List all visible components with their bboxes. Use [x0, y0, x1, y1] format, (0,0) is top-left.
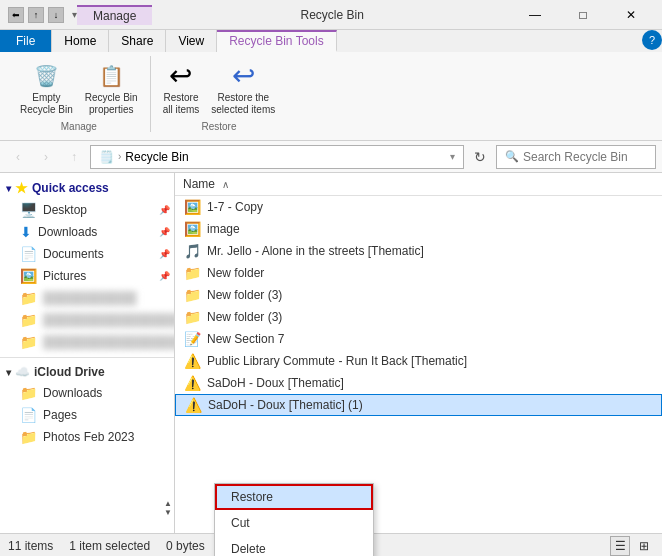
blurred1-label: ███████████: [43, 291, 137, 305]
list-item[interactable]: 🎵 Mr. Jello - Alone in the streets [Them…: [175, 240, 662, 262]
ribbon: File Home Share View Recycle Bin Tools ?…: [0, 30, 662, 141]
sidebar-scroll-down-arrow[interactable]: ▼: [164, 508, 172, 517]
restore-selected-button[interactable]: ↩ Restore theselected items: [207, 58, 279, 118]
list-item[interactable]: 📁 New folder (3): [175, 306, 662, 328]
restore-selected-icon: ↩: [227, 60, 259, 92]
ribbon-group-restore: ↩ Restoreall items ↩ Restore theselected…: [151, 56, 288, 132]
sidebar-item-pictures[interactable]: 🖼️ Pictures 📌: [0, 265, 174, 287]
sidebar-section-quick-access: ▾ ★ Quick access 🖥️ Desktop 📌 ⬇ Download…: [0, 177, 174, 353]
tab-home[interactable]: Home: [52, 30, 109, 52]
list-item[interactable]: 📝 New Section 7: [175, 328, 662, 350]
manage-tab[interactable]: Manage: [77, 5, 152, 25]
item-icon-5: 📁: [183, 309, 201, 325]
back-button[interactable]: ‹: [6, 145, 30, 169]
restore-selected-label: Restore theselected items: [211, 92, 275, 116]
pages-label: Pages: [43, 408, 77, 422]
item-name-8: SaDoH - Doux [Thematic]: [207, 376, 654, 390]
blurred2-icon: 📁: [20, 312, 37, 328]
view-details-button[interactable]: ☰: [610, 536, 630, 556]
sidebar-item-blurred2[interactable]: 📁 ████████████████: [0, 309, 174, 331]
view-large-icons-button[interactable]: ⊞: [634, 536, 654, 556]
blurred3-icon: 📁: [20, 334, 37, 350]
icloud-icon: ☁️: [15, 365, 30, 379]
manage-group-label: Manage: [61, 119, 97, 132]
tab-share[interactable]: Share: [109, 30, 166, 52]
sidebar-item-downloads[interactable]: ⬇ Downloads 📌: [0, 221, 174, 243]
photos-icon: 📁: [20, 429, 37, 445]
forward-button[interactable]: ›: [34, 145, 58, 169]
sidebar-item-desktop[interactable]: 🖥️ Desktop 📌: [0, 199, 174, 221]
downloads-label: Downloads: [38, 225, 97, 239]
context-menu-restore[interactable]: Restore: [215, 484, 373, 510]
photos-label: Photos Feb 2023: [43, 430, 134, 444]
blurred2-label: ████████████████: [43, 313, 175, 327]
sidebar-scroll-up-arrow[interactable]: ▲: [164, 499, 172, 508]
sidebar-item-icloud-downloads[interactable]: 📁 Downloads: [0, 382, 174, 404]
sidebar-item-photos[interactable]: 📁 Photos Feb 2023: [0, 426, 174, 448]
manage-buttons: 🗑️ EmptyRecycle Bin 📋 Recycle Binpropert…: [16, 56, 142, 119]
breadcrumb-icon: 🗒️: [99, 150, 114, 164]
recycle-bin-properties-button[interactable]: 📋 Recycle Binproperties: [81, 58, 142, 118]
restore-all-button[interactable]: ↩ Restoreall items: [159, 58, 204, 118]
item-icon-1: 🖼️: [183, 221, 201, 237]
sidebar-item-blurred1[interactable]: 📁 ███████████: [0, 287, 174, 309]
window-controls: — □ ✕: [512, 0, 654, 30]
sidebar-scroll-arrows: ▲ ▼: [162, 499, 174, 517]
icloud-downloads-label: Downloads: [43, 386, 102, 400]
sidebar-quick-access-header[interactable]: ▾ ★ Quick access: [0, 177, 174, 199]
ribbon-group-manage: 🗑️ EmptyRecycle Bin 📋 Recycle Binpropert…: [8, 56, 151, 132]
documents-icon: 📄: [20, 246, 37, 262]
sidebar-section-icloud: ▾ ☁️ iCloud Drive 📁 Downloads 📄 Pages 📁 …: [0, 362, 174, 448]
list-item[interactable]: ⚠️ Public Library Commute - Run It Back …: [175, 350, 662, 372]
close-button[interactable]: ✕: [608, 0, 654, 30]
list-item[interactable]: 🖼️ image: [175, 218, 662, 240]
list-item[interactable]: 📁 New folder (3): [175, 284, 662, 306]
sidebar-item-documents[interactable]: 📄 Documents 📌: [0, 243, 174, 265]
item-name-6: New Section 7: [207, 332, 654, 346]
tab-recycle-bin-tools[interactable]: Recycle Bin Tools: [217, 30, 337, 52]
quick-access-label: Quick access: [32, 181, 109, 195]
pin-icon-downloads: 📌: [159, 227, 170, 237]
pictures-icon: 🖼️: [20, 268, 37, 284]
context-menu-delete[interactable]: Delete: [215, 536, 373, 556]
up-button[interactable]: ↑: [62, 145, 86, 169]
tab-file[interactable]: File: [0, 30, 52, 52]
quick-access-icon2[interactable]: ↑: [28, 7, 44, 23]
address-dropdown-icon[interactable]: ▾: [450, 151, 455, 162]
search-icon: 🔍: [505, 150, 519, 163]
list-item[interactable]: ⚠️ SaDoH - Doux [Thematic]: [175, 372, 662, 394]
list-item[interactable]: 🖼️ 1-7 - Copy: [175, 196, 662, 218]
item-icon-2: 🎵: [183, 243, 201, 259]
tab-view[interactable]: View: [166, 30, 217, 52]
context-menu-cut[interactable]: Cut: [215, 510, 373, 536]
quick-access-icon3[interactable]: ↓: [48, 7, 64, 23]
sidebar-item-pages[interactable]: 📄 Pages: [0, 404, 174, 426]
quick-access-icon[interactable]: ⬅: [8, 7, 24, 23]
item-name-7: Public Library Commute - Run It Back [Th…: [207, 354, 654, 368]
main-area: ▾ ★ Quick access 🖥️ Desktop 📌 ⬇ Download…: [0, 173, 662, 533]
empty-recycle-bin-button[interactable]: 🗑️ EmptyRecycle Bin: [16, 58, 77, 118]
search-box[interactable]: 🔍: [496, 145, 656, 169]
item-name-9: SaDoH - Doux [Thematic] (1): [208, 398, 653, 412]
status-selected: 1 item selected: [69, 539, 150, 553]
minimize-button[interactable]: —: [512, 0, 558, 30]
chevron-right-icon: ▾: [6, 367, 11, 378]
list-item-selected[interactable]: ⚠️ SaDoH - Doux [Thematic] (1): [175, 394, 662, 416]
item-icon-0: 🖼️: [183, 199, 201, 215]
search-input[interactable]: [523, 150, 647, 164]
item-icon-4: 📁: [183, 287, 201, 303]
column-name-label: Name: [183, 177, 215, 191]
breadcrumb: 🗒️ › Recycle Bin: [99, 150, 189, 164]
column-name[interactable]: Name ∧: [183, 177, 654, 191]
restore-buttons: ↩ Restoreall items ↩ Restore theselected…: [159, 56, 280, 119]
status-bar-right: ☰ ⊞: [610, 536, 654, 556]
sidebar-icloud-header[interactable]: ▾ ☁️ iCloud Drive: [0, 362, 174, 382]
sidebar-item-blurred3[interactable]: 📁 █████████████████: [0, 331, 174, 353]
ribbon-content: 🗑️ EmptyRecycle Bin 📋 Recycle Binpropert…: [0, 52, 662, 140]
address-box[interactable]: 🗒️ › Recycle Bin ▾: [90, 145, 464, 169]
pin-icon-desktop: 📌: [159, 205, 170, 215]
list-item[interactable]: 📁 New folder: [175, 262, 662, 284]
maximize-button[interactable]: □: [560, 0, 606, 30]
refresh-button[interactable]: ↻: [468, 145, 492, 169]
help-button[interactable]: ?: [642, 30, 662, 50]
